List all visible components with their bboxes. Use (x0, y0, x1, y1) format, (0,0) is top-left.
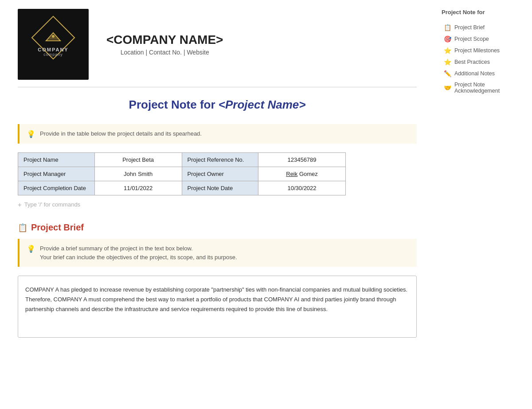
sidebar-nav: 📋Project Brief🎯Project Scope⭐Project Mil… (442, 22, 525, 96)
sidebar-item-label: Project Scope (454, 36, 489, 42)
company-name: <COMPANY NAME> (106, 33, 223, 47)
sidebar-item-project-milestones[interactable]: ⭐Project Milestones (442, 45, 525, 56)
logo-company-text: COMPANY (38, 47, 68, 52)
company-info: <COMPANY NAME> Location | Contact No. | … (106, 33, 223, 56)
brief-content-text: COMPANY A has pledged to increase revenu… (25, 286, 407, 312)
section-heading: 📋 Project Brief (18, 222, 417, 233)
logo-crown-icon (44, 32, 62, 45)
table-value-1: 11/01/2022 (94, 181, 182, 195)
sidebar-item-label: Best Practices (454, 59, 490, 65)
table-value-1: Project Beta (94, 153, 182, 167)
table-row: Project Completion Date11/01/2022Project… (18, 181, 346, 195)
table-row: Project NameProject BetaProject Referenc… (18, 153, 346, 167)
brief-callout-line1: Provide a brief summary of the project i… (40, 244, 237, 253)
table-label-1: Project Completion Date (18, 181, 95, 195)
sidebar-icon-3: ⭐ (443, 58, 451, 66)
page-title-section: Project Note for <Project Name> (18, 98, 417, 112)
company-logo: COMPANY company (18, 9, 89, 80)
sidebar-item-project-note-acknowledgement[interactable]: 🤝Project Note Acknowledgement (442, 79, 525, 96)
table-label-2: Project Reference No. (182, 153, 258, 167)
sidebar-item-label: Project Note Acknowledgement (454, 82, 523, 94)
table-label-2: Project Owner (182, 167, 258, 181)
sidebar-icon-5: 🤝 (443, 84, 451, 91)
sidebar-icon-2: ⭐ (443, 47, 451, 54)
section-brief-title: Project Brief (31, 222, 84, 233)
brief-callout-line2: Your brief can include the objectives of… (40, 253, 237, 262)
section-brief-icon: 📋 (18, 223, 27, 233)
sidebar: Project Note for 📋Project Brief🎯Project … (434, 0, 532, 409)
table-value-2: 123456789 (258, 153, 346, 167)
page-title-static: Project Note for (129, 98, 219, 111)
page-title: Project Note for <Project Name> (18, 98, 417, 112)
table-label-1: Project Name (18, 153, 95, 167)
add-placeholder-text: Type '/' for commands (24, 201, 80, 208)
sidebar-item-additional-notes[interactable]: ✏️Additional Notes (442, 68, 525, 79)
sidebar-item-label: Additional Notes (454, 70, 495, 77)
callout-bulb-icon: 💡 (27, 130, 35, 138)
sidebar-title: Project Note for (442, 9, 525, 16)
table-label-2: Project Note Date (182, 181, 258, 195)
project-details-table: Project NameProject BetaProject Referenc… (18, 152, 346, 195)
sidebar-icon-1: 🎯 (443, 35, 451, 43)
sidebar-item-label: Project Brief (454, 24, 485, 31)
brief-text-box[interactable]: COMPANY A has pledged to increase revenu… (18, 276, 417, 338)
sidebar-icon-4: ✏️ (443, 70, 451, 77)
callout-intro-text: Provide in the table below the project d… (40, 129, 202, 138)
logo-sub-text: company (38, 52, 68, 57)
svg-point-2 (52, 35, 55, 38)
page-title-dynamic: <Project Name> (219, 98, 306, 111)
brief-callout-text: Provide a brief summary of the project i… (40, 244, 237, 261)
add-block[interactable]: + Type '/' for commands (18, 199, 417, 210)
brief-callout-icon: 💡 (27, 245, 35, 253)
table-value-1: John Smith (94, 167, 182, 181)
sidebar-item-best-practices[interactable]: ⭐Best Practices (442, 56, 525, 68)
project-brief-section: 📋 Project Brief 💡 Provide a brief summar… (18, 222, 417, 338)
plus-icon: + (18, 201, 22, 208)
brief-callout: 💡 Provide a brief summary of the project… (18, 239, 417, 267)
sidebar-item-project-brief[interactable]: 📋Project Brief (442, 22, 525, 33)
sidebar-icon-0: 📋 (443, 24, 451, 31)
sidebar-item-project-scope[interactable]: 🎯Project Scope (442, 33, 525, 45)
header-section: COMPANY company <COMPANY NAME> Location … (18, 9, 417, 87)
table-value-2: 10/30/2022 (258, 181, 346, 195)
table-row: Project ManagerJohn SmithProject OwnerRe… (18, 167, 346, 181)
sidebar-item-label: Project Milestones (454, 47, 500, 54)
intro-callout: 💡 Provide in the table below the project… (18, 124, 417, 144)
company-tagline: Location | Contact No. | Website (106, 49, 223, 56)
table-value-2: Reik Gomez (258, 167, 346, 181)
table-label-1: Project Manager (18, 167, 95, 181)
